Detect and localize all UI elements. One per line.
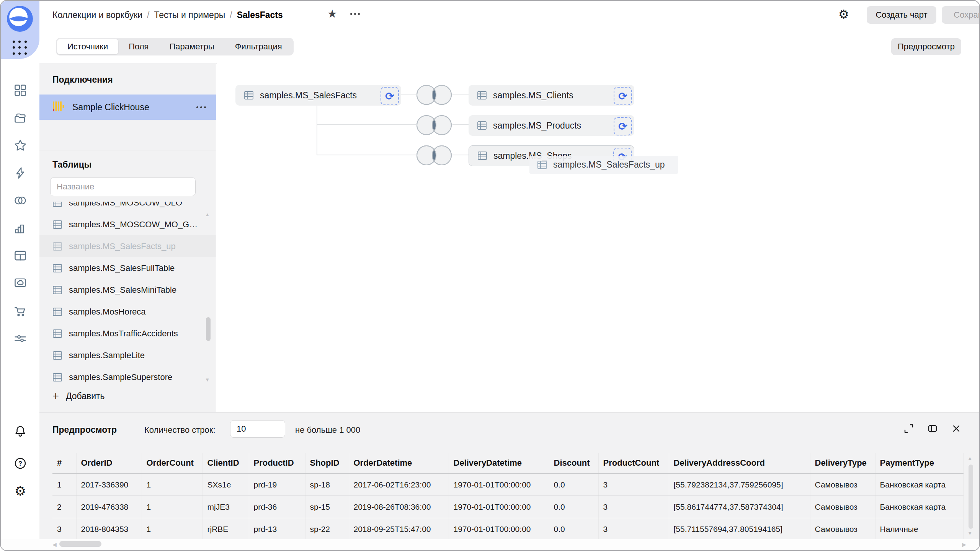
drag-ghost-table: samples.MS_SalesFacts_up bbox=[529, 156, 678, 174]
tab[interactable]: Фильтрация bbox=[225, 39, 292, 54]
expand-icon[interactable] bbox=[903, 422, 915, 435]
refresh-icon[interactable]: ⟳ bbox=[614, 87, 632, 105]
preview-table-body: 12017-3363901SXs1eprd-19sp-182017-06-02T… bbox=[52, 474, 963, 540]
preview-col-header: OrderDatetime bbox=[349, 453, 449, 474]
apps-grid-icon[interactable] bbox=[13, 41, 28, 56]
preview-cell: 1970-01-01T00:00:00 bbox=[449, 474, 549, 496]
preview-scrollbar-thumb[interactable] bbox=[969, 465, 973, 529]
nav-settings-sliders-icon[interactable] bbox=[13, 331, 28, 346]
tables-scrollbar-thumb[interactable] bbox=[206, 317, 211, 341]
side-panel-icon[interactable] bbox=[926, 422, 939, 435]
connection-item[interactable]: Sample ClickHouse bbox=[39, 95, 216, 120]
preview-cell: Наличные bbox=[875, 518, 963, 540]
preview-cell: Самовывоз bbox=[810, 474, 875, 496]
preview-col-header: ProductID bbox=[249, 453, 305, 474]
tab[interactable]: Поля bbox=[118, 39, 159, 54]
source-joined-box[interactable]: samples.MS_Products ⟳ bbox=[469, 115, 634, 136]
refresh-icon[interactable]: ⟳ bbox=[381, 87, 399, 105]
nav-grid-icon[interactable] bbox=[13, 83, 28, 98]
connection-menu-icon[interactable] bbox=[196, 106, 206, 108]
preview-col-header: # bbox=[52, 453, 76, 474]
table-icon bbox=[52, 202, 62, 208]
breadcrumb-item[interactable]: Тесты и примеры / bbox=[154, 10, 237, 20]
tab[interactable]: Параметры bbox=[159, 39, 225, 54]
table-list-item[interactable]: samples.MS_SalesFacts_up bbox=[39, 235, 216, 257]
close-icon[interactable] bbox=[950, 422, 962, 435]
table-list-item[interactable]: samples.SampleLite bbox=[39, 344, 216, 366]
preview-col-header: ShopID bbox=[305, 453, 349, 474]
save-button[interactable]: Сохранить bbox=[942, 6, 980, 24]
nav-favorites-icon[interactable] bbox=[13, 138, 28, 153]
join-inner-icon[interactable] bbox=[416, 84, 452, 106]
table-list-item[interactable]: samples.MS_SalesMiniTable bbox=[39, 279, 216, 301]
preview-col-header: DeliveryDatetime bbox=[449, 453, 549, 474]
favorite-star-icon[interactable]: ★ bbox=[327, 8, 337, 20]
table-list-item[interactable]: samples.MosTrafficAccidents bbox=[39, 323, 216, 344]
nav-collections-icon[interactable] bbox=[13, 111, 28, 125]
preview-cell: 0.0 bbox=[549, 474, 598, 496]
source-joined-box[interactable]: samples.MS_Clients ⟳ bbox=[469, 85, 634, 106]
preview-table: #OrderIDOrderCountClientIDProductIDShopI… bbox=[52, 453, 964, 540]
source-root-box[interactable]: samples.MS_SalesFacts ⟳ bbox=[235, 85, 401, 106]
dataset-settings-gear-icon[interactable]: ⚙ bbox=[838, 8, 849, 20]
app-window: ? ⚙ ▶ Коллекции и воркбуки / Тесты и при… bbox=[0, 0, 980, 551]
tables-scrollbar-down-icon[interactable]: ▼ bbox=[205, 377, 210, 383]
hscrollbar-right-icon[interactable]: ▶ bbox=[962, 541, 966, 548]
preview-header-row: #OrderIDOrderCountClientIDProductIDShopI… bbox=[52, 453, 963, 474]
table-icon bbox=[52, 329, 62, 339]
tables-scrollbar-up-icon[interactable]: ▲ bbox=[205, 212, 210, 217]
table-search-input[interactable] bbox=[50, 177, 196, 196]
nav-connections-icon[interactable] bbox=[13, 166, 28, 180]
join-row: samples.MS_Clients ⟳ bbox=[416, 84, 638, 106]
table-list-item[interactable]: samples.MS_SalesFullTable bbox=[39, 257, 216, 279]
table-icon bbox=[477, 121, 487, 130]
preview-row: 12017-3363901SXs1eprd-19sp-182017-06-02T… bbox=[52, 474, 963, 496]
preview-toggle-button[interactable]: Предпросмотр bbox=[891, 38, 961, 55]
refresh-icon[interactable]: ⟳ bbox=[614, 117, 632, 135]
gear-icon[interactable]: ⚙ bbox=[13, 484, 28, 498]
bell-icon[interactable] bbox=[13, 424, 28, 439]
table-list-item[interactable]: samples.MS_MOSCOW_MO_G… bbox=[39, 214, 216, 235]
datalens-logo-icon[interactable] bbox=[6, 5, 34, 33]
tab-bar: Источники Поля Параметры Фильтрация Пред… bbox=[39, 29, 979, 64]
tabs-pill: Источники Поля Параметры Фильтрация bbox=[56, 38, 294, 55]
preview-cell: SXs1e bbox=[203, 474, 249, 496]
preview-cell: 2019-476338 bbox=[76, 496, 142, 518]
table-icon bbox=[52, 307, 62, 317]
table-list-item[interactable]: samples.MosHoreca bbox=[39, 301, 216, 323]
preview-cell: sp-18 bbox=[305, 474, 349, 496]
tab[interactable]: Источники bbox=[57, 39, 118, 54]
preview-row: 22019-4763381mjJE3prd-36sp-152019-08-26T… bbox=[52, 496, 963, 518]
preview-scrollbar-down-icon[interactable]: ▼ bbox=[967, 530, 972, 536]
preview-scrollbar-up-icon[interactable]: ▲ bbox=[967, 455, 972, 461]
hscrollbar-thumb[interactable] bbox=[59, 541, 101, 547]
preview-cell: 1 bbox=[142, 496, 203, 518]
table-list-item[interactable]: samples.MS_MOSCOW_OLO bbox=[39, 202, 216, 214]
nav-storage-icon[interactable] bbox=[13, 276, 28, 290]
preview-cell: sp-15 bbox=[305, 496, 349, 518]
preview-cell: mjJE3 bbox=[203, 496, 249, 518]
create-chart-button[interactable]: Создать чарт bbox=[867, 6, 936, 24]
row-count-input[interactable] bbox=[230, 420, 285, 438]
preview-panel: Предпросмотр Количество строк: не больше… bbox=[39, 412, 979, 539]
table-list-item[interactable]: samples.SampleSuperstore bbox=[39, 366, 216, 388]
preview-col-header: PaymentType bbox=[875, 453, 963, 474]
preview-col-header: ClientID bbox=[203, 453, 249, 474]
help-icon[interactable]: ? bbox=[13, 456, 28, 471]
nav-dashboards-icon[interactable] bbox=[13, 248, 28, 263]
join-inner-icon[interactable] bbox=[416, 114, 452, 136]
breadcrumb-item[interactable]: SalesFacts / bbox=[237, 10, 283, 20]
preview-cell: 1970-01-01T00:00:00 bbox=[449, 518, 549, 540]
nav-datasets-icon[interactable] bbox=[13, 193, 28, 208]
nav-marketplace-icon[interactable] bbox=[13, 304, 28, 318]
preview-cell: 0.0 bbox=[549, 518, 598, 540]
join-row: samples.MS_Products ⟳ bbox=[416, 114, 638, 137]
add-table-button[interactable]: + Добавить bbox=[52, 391, 105, 402]
join-inner-icon[interactable] bbox=[416, 145, 452, 166]
dots-menu-icon[interactable] bbox=[350, 13, 360, 15]
preview-row: 32018-8043531rjRBEprd-13sp-222018-09-25T… bbox=[52, 518, 963, 540]
breadcrumb-item[interactable]: Коллекции и воркбуки / bbox=[52, 10, 154, 20]
hscrollbar-left-icon[interactable]: ◀ bbox=[52, 541, 57, 548]
nav-charts-icon[interactable] bbox=[13, 221, 28, 235]
preview-cell: Самовывоз bbox=[810, 518, 875, 540]
